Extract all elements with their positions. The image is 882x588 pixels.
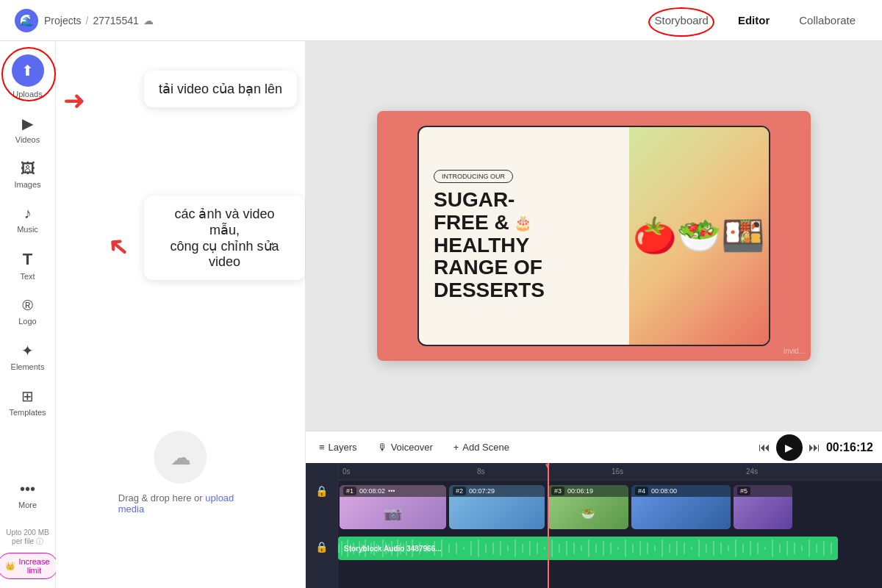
svg-rect-79 [808, 539, 810, 557]
video-track-row: #1 00:08:02 ••• 📷 #2 00:07:29 [338, 481, 882, 534]
editor-area: ✕ ⊞ ⤢ INTRODUCING OUR SUGAR- FREE & 🎂 [306, 41, 882, 588]
clip-3-thumb: 🥗 [548, 497, 628, 529]
svg-rect-62 [684, 542, 685, 554]
svg-rect-32 [463, 547, 465, 550]
more-icon: ••• [20, 481, 35, 498]
breadcrumb-projects[interactable]: Projects [44, 15, 82, 26]
ruler-marks: 0s 8s 16s 24s [341, 467, 879, 476]
svg-rect-76 [786, 541, 788, 556]
svg-rect-38 [507, 545, 509, 551]
svg-rect-78 [801, 545, 803, 551]
sidebar-label-templates: Templates [9, 408, 46, 417]
header-left: 🌊 Projects / 27715541 ☁ [15, 9, 154, 32]
video-track: #1 00:08:02 ••• 📷 #2 00:07:29 [338, 481, 794, 534]
add-scene-button[interactable]: + Add Scene [449, 439, 514, 456]
timeline-controls: ⏮ ▶ ⏭ 00:16:12 [759, 434, 873, 461]
videos-icon: ▶ [22, 115, 33, 132]
preview-introducing-badge: INTRODUCING OUR [434, 170, 513, 183]
current-time: 00:16:12 [826, 441, 873, 454]
clip-2-header: #2 00:07:29 [449, 485, 545, 497]
svg-rect-40 [522, 544, 523, 553]
svg-rect-66 [713, 541, 714, 556]
svg-rect-34 [478, 539, 479, 557]
svg-rect-68 [728, 545, 729, 551]
sidebar-item-elements[interactable]: ✦ Elements [3, 334, 53, 379]
audio-lock-icon[interactable]: 🔒 [315, 541, 328, 553]
layers-button[interactable]: ≡ Layers [315, 439, 362, 456]
sidebar-label-text: Text [20, 272, 35, 281]
clip-4-header: #4 00:08:00 [631, 485, 731, 497]
svg-rect-1 [341, 541, 343, 556]
scene-clip-4[interactable]: #4 00:08:00 [631, 485, 731, 529]
svg-rect-36 [492, 542, 494, 554]
track-lock-icon[interactable]: 🔒 [315, 485, 328, 497]
sidebar-item-text[interactable]: T Text [3, 243, 53, 288]
svg-rect-41 [529, 541, 531, 556]
templates-icon: ⊞ [21, 387, 34, 405]
timeline-playhead[interactable] [548, 463, 549, 588]
svg-rect-45 [559, 544, 560, 553]
svg-rect-58 [654, 545, 656, 551]
nav-storyboard[interactable]: Storyboard [643, 10, 720, 31]
sidebar-item-videos[interactable]: ▶ Videos [3, 107, 53, 151]
svg-rect-47 [573, 542, 575, 554]
layers-icon: ≡ [319, 442, 325, 453]
sidebar-item-music[interactable]: ♪ Music [3, 198, 53, 241]
sidebar-item-images[interactable]: 🖼 Images [3, 153, 53, 196]
timeline-tracks: 🔒 🔒 0s 8s 16s 24s [306, 463, 882, 588]
sidebar-item-more[interactable]: ••• More [3, 473, 53, 517]
cloud-sync-icon: ☁ [143, 15, 154, 26]
svg-rect-51 [603, 541, 604, 556]
svg-rect-71 [750, 541, 751, 556]
play-button[interactable]: ▶ [776, 434, 803, 461]
sidebar-label-elements: Elements [11, 362, 45, 371]
svg-rect-0 [338, 544, 340, 553]
svg-rect-39 [514, 539, 516, 557]
music-icon: ♪ [24, 205, 32, 222]
svg-rect-69 [735, 539, 736, 557]
crown-icon: 👑 [5, 562, 15, 571]
increase-limit-button[interactable]: 👑 Increase limit [0, 553, 58, 579]
upload-drag-text: Drag & drop here or upload media [118, 492, 243, 514]
sidebar-item-templates[interactable]: ⊞ Templates [3, 380, 53, 424]
svg-rect-82 [831, 542, 832, 554]
clip-menu-icon[interactable]: ••• [388, 487, 395, 495]
timeline-content: 0s 8s 16s 24s #1 00:08:02 [338, 463, 882, 588]
preview-food-image: 🍅🥗🍱 [629, 127, 769, 345]
sidebar-label-more: More [18, 501, 37, 509]
svg-rect-50 [595, 544, 597, 553]
scene-clip-5[interactable]: #5 [734, 485, 792, 529]
svg-rect-75 [779, 544, 781, 553]
images-icon: 🖼 [21, 160, 35, 177]
canvas-preview: ✕ ⊞ ⤢ INTRODUCING OUR SUGAR- FREE & 🎂 [377, 111, 811, 361]
breadcrumb: Projects / 27715541 ☁ [44, 15, 154, 26]
svg-rect-44 [551, 539, 553, 557]
sidebar-item-uploads[interactable]: ⬆ Uploads [3, 47, 53, 106]
skip-forward-button[interactable]: ⏭ [808, 441, 820, 454]
uploads-icon: ⬆ [12, 54, 44, 87]
svg-rect-57 [647, 542, 648, 554]
scene-clip-1[interactable]: #1 00:08:02 ••• 📷 [340, 485, 446, 529]
breadcrumb-project-id: 27715541 [93, 15, 138, 26]
nav-collaborate[interactable]: Collaborate [787, 10, 867, 31]
preview-left: INTRODUCING OUR SUGAR- FREE & 🎂 HEALTHY … [419, 127, 629, 345]
header-nav: Storyboard Editor Collaborate [643, 10, 867, 31]
svg-rect-33 [470, 541, 472, 556]
svg-rect-31 [456, 542, 457, 554]
skip-back-button[interactable]: ⏮ [759, 441, 770, 454]
nav-editor[interactable]: Editor [726, 10, 781, 31]
ruler-mark-8: 8s [476, 467, 610, 476]
scene-clip-2[interactable]: #2 00:07:29 [449, 485, 545, 529]
voiceover-button[interactable]: 🎙 Voiceover [373, 439, 437, 456]
preview-card: ✕ ⊞ ⤢ INTRODUCING OUR SUGAR- FREE & 🎂 [417, 126, 770, 346]
sidebar-item-logo[interactable]: ® Logo [3, 290, 53, 333]
elements-icon: ✦ [21, 342, 34, 359]
info-icon: ⓘ [36, 537, 43, 545]
scene-clip-3[interactable]: #3 00:06:19 🥗 [548, 485, 628, 529]
clip-5-header: #5 [734, 485, 792, 497]
clip-3-num: #3 [551, 487, 564, 495]
audio-clip[interactable]: Storyblock Audio 3487966... [338, 537, 838, 560]
cake-icon: 🎂 [514, 215, 532, 231]
svg-rect-73 [764, 547, 766, 550]
clip-5-thumb [734, 497, 792, 529]
